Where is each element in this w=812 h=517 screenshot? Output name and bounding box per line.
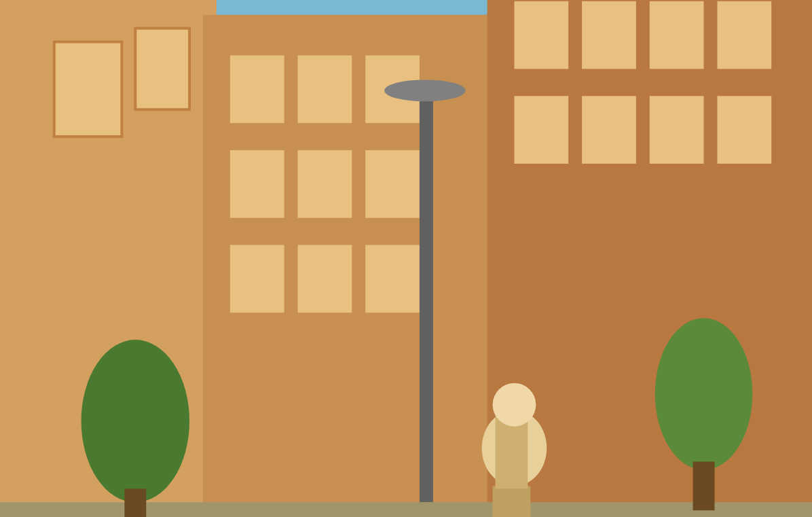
sidebar: Follow us on... f: [557, 154, 774, 517]
browser-window: 🌐 Welcome to Chrome ✕ M Download Program…: [0, 0, 812, 517]
sidebar-ad-image: [564, 245, 767, 435]
sidebar-ad: [564, 245, 767, 435]
main-layout: Ad ✕ Páginas web increíbles 1&1 Mi Web: …: [0, 154, 812, 517]
website: Malavida ⊞ Windows 🤖 Android 📱 iPhone M: [0, 46, 812, 517]
